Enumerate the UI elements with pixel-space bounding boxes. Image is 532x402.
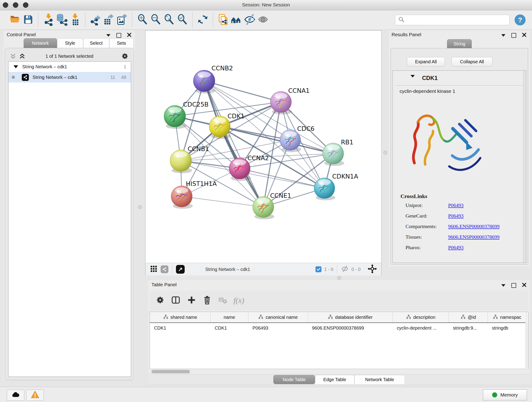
table-cell[interactable]: stringdb:9...	[449, 323, 488, 333]
import-network-database-button[interactable]	[55, 13, 69, 27]
function-builder-icon: f(x)	[234, 296, 244, 305]
tab-sets[interactable]: Sets	[109, 38, 133, 48]
hide-selected-button[interactable]	[243, 13, 256, 27]
column-header-name[interactable]: name	[210, 312, 248, 322]
float-panel-icon[interactable]	[511, 283, 516, 288]
scrollbar-thumb[interactable]	[152, 370, 190, 373]
zoom-selected-button[interactable]	[176, 13, 189, 27]
network-node-RB1[interactable]: RB1	[323, 139, 353, 166]
tab-network[interactable]: Network	[24, 38, 57, 48]
network-edge[interactable]	[240, 168, 324, 188]
open-session-button[interactable]	[8, 13, 22, 27]
table-settings-gear-icon[interactable]	[156, 295, 165, 306]
column-header-namespac[interactable]: namespac	[488, 312, 526, 322]
import-network-file-button[interactable]	[42, 13, 55, 27]
expand-all-button[interactable]: Expand All	[407, 57, 445, 66]
tab-style[interactable]: Style	[57, 38, 83, 48]
column-header--id[interactable]: @id	[449, 312, 488, 322]
network-name: String Network – cdk1	[32, 75, 77, 80]
column-header-description[interactable]: description	[393, 312, 449, 322]
tab-string[interactable]: String	[447, 39, 472, 48]
crosslink-row: Uniprot:P06493	[405, 202, 463, 208]
help-button[interactable]: ?	[515, 14, 526, 26]
network-canvas[interactable]: CCNB2CCNA1CDC25BCDK1CDC6RB1CCNB1CCNA2CDK…	[146, 31, 381, 263]
network-node-CCNB2[interactable]: CCNB2	[193, 65, 233, 94]
collapse-all-button[interactable]: Collapse All	[451, 57, 493, 66]
panel-menu-icon[interactable]	[501, 284, 505, 287]
splitter-handle[interactable]	[383, 151, 387, 154]
gear-icon[interactable]	[121, 52, 129, 61]
close-panel-icon[interactable]	[127, 33, 131, 38]
zoom-out-button[interactable]	[149, 13, 162, 27]
tab-edge-table[interactable]: Edge Table	[315, 375, 355, 384]
network-edge[interactable]	[182, 196, 263, 207]
panel-menu-icon[interactable]	[106, 34, 110, 37]
open-in-window-icon[interactable]: ↗	[176, 265, 185, 274]
show-all-button[interactable]	[256, 13, 270, 27]
crosslink-value-link[interactable]: 9606.ENSP00000378699	[448, 234, 500, 240]
float-panel-icon[interactable]	[511, 33, 516, 38]
search-input[interactable]	[405, 17, 504, 23]
first-neighbors-button[interactable]	[230, 13, 243, 27]
hide-eye-icon	[244, 13, 256, 27]
tab-select[interactable]: Select	[83, 38, 109, 48]
crosslink-value-link[interactable]: P06493	[448, 213, 463, 219]
collection-expander-icon[interactable]	[13, 65, 18, 68]
save-floppy-icon	[22, 14, 34, 26]
table-cell[interactable]: P06493	[248, 323, 308, 333]
network-node-CDKN1A[interactable]: CDKN1A	[314, 173, 358, 200]
clone-network-button[interactable]	[216, 13, 230, 27]
splitter-handle[interactable]	[138, 205, 142, 209]
add-column-icon[interactable]	[187, 295, 196, 306]
tab-node-table[interactable]: Node Table	[273, 375, 315, 384]
pan-crosshair-icon[interactable]	[367, 264, 377, 275]
crosslink-value-link[interactable]: P06493	[448, 202, 463, 208]
table-cell[interactable]: cyclin-dependent ...	[393, 323, 449, 333]
network-node-HIST1H1A[interactable]: HIST1H1A	[171, 180, 217, 209]
network-node-CCNB1[interactable]: CCNB1	[170, 145, 209, 173]
column-header-canonical-name[interactable]: canonical name	[248, 312, 308, 322]
table-cell[interactable]: 9606.ENSP00000378699	[308, 323, 393, 333]
zoom-fit-button[interactable]	[162, 13, 176, 27]
network-collection-row[interactable]: String Network – cdk1 1	[8, 62, 131, 72]
table-vertical-scrollbar[interactable]	[525, 322, 528, 369]
delete-column-trash-icon[interactable]	[202, 295, 212, 306]
table-row[interactable]: CDK1CDK1P064939606.ENSP00000378699cyclin…	[150, 323, 528, 333]
column-type-tree-icon	[328, 314, 333, 320]
update-network-button[interactable]	[196, 13, 209, 27]
network-row-selected[interactable]: String Network – cdk1 11 48	[8, 72, 131, 83]
show-columns-icon[interactable]	[171, 295, 181, 306]
table-cell[interactable]: CDK1	[150, 323, 210, 333]
close-panel-icon[interactable]	[522, 283, 526, 288]
splitter-handle[interactable]	[337, 276, 341, 280]
save-session-button[interactable]	[22, 13, 35, 27]
column-label: description	[413, 315, 436, 320]
table-cell[interactable]: stringdb	[488, 323, 526, 333]
zoom-selected-icon	[177, 13, 188, 26]
import-table-button[interactable]	[69, 13, 82, 27]
column-header-shared-name[interactable]: shared name	[150, 312, 210, 322]
export-table-button[interactable]	[102, 13, 115, 27]
selected-checkbox-icon[interactable]	[316, 266, 322, 272]
export-image-button[interactable]	[115, 13, 129, 27]
node-label: CDKN1A	[332, 173, 358, 180]
close-panel-icon[interactable]	[522, 33, 526, 38]
network-node-CCNA1[interactable]: CCNA1	[270, 87, 310, 114]
cloud-status-button[interactable]	[7, 390, 24, 401]
crosslink-value-link[interactable]: 9606.ENSP00000378699	[448, 223, 500, 230]
column-header-database-identifier[interactable]: database identifier	[308, 312, 393, 322]
memory-button[interactable]: Memory	[483, 389, 527, 400]
export-image-icon	[116, 13, 128, 26]
panel-menu-icon[interactable]	[501, 34, 505, 37]
tab-network-table[interactable]: Network Table	[355, 375, 405, 384]
zoom-in-button[interactable]	[136, 13, 149, 27]
birds-eye-view-icon[interactable]	[150, 265, 157, 274]
crosslink-value-link[interactable]: P06493	[448, 245, 463, 250]
network-node-CDK1[interactable]: CDK1	[209, 113, 245, 139]
float-panel-icon[interactable]	[116, 33, 121, 38]
export-network-button[interactable]	[89, 13, 102, 27]
table-horizontal-scrollbar[interactable]	[150, 369, 529, 374]
results-scrollbar[interactable]	[523, 70, 526, 263]
warning-button[interactable]	[26, 390, 44, 401]
table-cell[interactable]: CDK1	[210, 323, 248, 333]
